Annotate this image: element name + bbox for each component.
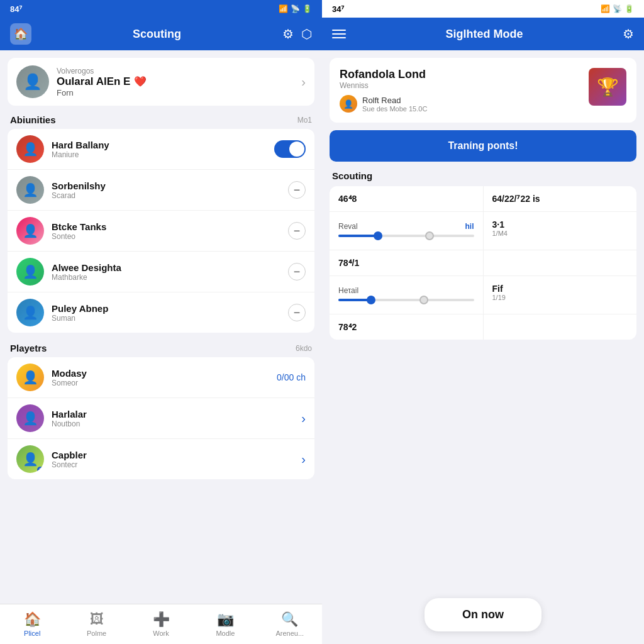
list-item[interactable]: 👤 Sorbenilshy Scarad − <box>8 170 314 211</box>
share-icon[interactable]: ⬡ <box>301 26 312 42</box>
left-header: 🏠 Scouting ⚙ ⬡ <box>0 18 322 50</box>
right-wifi-icon: 📡 <box>613 4 622 13</box>
scouting-row: 46⁴8 64/22/⁷22 is <box>330 186 636 212</box>
player-info: Hard Ballany Maniure <box>52 140 267 159</box>
featured-info: Volverogos Oularal AlEn E ❤️ Forn <box>57 67 294 97</box>
featured-sub: Volverogos <box>57 67 294 75</box>
club-info: Rofandola Lond Wenniss 👤 Rolft Read Sue … <box>340 68 427 113</box>
slider-track[interactable] <box>338 235 474 237</box>
manager-details: Rolft Read Sue des Mobe 15.0C <box>362 96 427 113</box>
chevron-right-icon: › <box>301 411 306 426</box>
battery-icon: 🔋 <box>303 4 312 13</box>
remove-button[interactable]: − <box>288 304 306 321</box>
cell-value: 78⁴2 <box>338 322 474 332</box>
modle-nav-icon: 📷 <box>217 611 234 628</box>
signal-icon: 📶 <box>279 4 288 13</box>
list-item[interactable]: 👤 Modasy Someor 0/00 ch <box>8 357 314 398</box>
featured-player-card[interactable]: 👤 Volverogos Oularal AlEn E ❤️ Forn › <box>8 58 314 106</box>
nav-item-modle[interactable]: 📷 Modle <box>193 604 257 644</box>
player-info: Btcke Tanks Sonteo <box>52 221 280 241</box>
nav-label-polme: Polme <box>87 630 106 637</box>
nav-item-areneu[interactable]: 🔍 Areneu... <box>258 604 322 644</box>
toggle-switch[interactable] <box>274 140 306 158</box>
settings-icon[interactable]: ⚙ <box>282 26 294 42</box>
player-role: Maniure <box>52 150 267 159</box>
scouting-row: Reval hil 3·1 1/M4 <box>330 212 636 250</box>
list-item[interactable]: 👤 Puley Abnep Suman − <box>8 292 314 333</box>
remove-button[interactable]: − <box>288 181 306 199</box>
player-role: Scarad <box>52 191 280 200</box>
right-status-bar: 34⁷ 📶 📡 🔋 <box>322 0 644 18</box>
left-time: 84⁷ <box>10 4 22 14</box>
slider2-thumb <box>367 296 375 304</box>
list-item[interactable]: 👤 Alwee Desighta Mathbarke − <box>8 252 314 292</box>
list-item[interactable]: 👤 Hard Ballany Maniure <box>8 129 314 170</box>
player-avatar: 👤 <box>16 176 44 204</box>
scouting-cell: 64/22/⁷22 is <box>484 186 637 211</box>
cell-result: 3·1 <box>492 219 628 230</box>
player-avatar: 👤 <box>16 404 44 432</box>
list-item[interactable]: 👤 Btcke Tanks Sonteo − <box>8 211 314 252</box>
slider2-thumb2 <box>419 296 428 304</box>
slider2-track[interactable] <box>338 299 474 301</box>
player-avatar: 👤 <box>16 217 44 245</box>
right-battery-icon: 🔋 <box>625 4 634 13</box>
nav-item-work[interactable]: ➕ Work <box>129 604 193 644</box>
scouting-cell <box>484 250 637 275</box>
bottom-nav: 🏠 Plicel 🖼 Polme ➕ Work 📷 Modle 🔍 Areneu… <box>0 604 322 644</box>
right-header: Siglhted Mode ⚙ <box>322 18 644 50</box>
home-button[interactable]: 🏠 <box>10 23 31 45</box>
cell-result-sub: 1/M4 <box>492 230 628 237</box>
right-signal-icon: 📶 <box>601 4 610 13</box>
player-avatar: 👤 <box>16 299 44 326</box>
cell-result2: Fif <box>492 284 628 294</box>
hamburger-icon[interactable] <box>332 30 346 38</box>
right-header-title: Siglhted Mode <box>446 28 523 41</box>
player-info: Modasy Someor <box>52 368 269 387</box>
heart-icon: ❤️ <box>134 75 147 87</box>
player-role: Noutbon <box>52 419 294 428</box>
featured-name: Oularal AlEn E ❤️ <box>57 75 294 88</box>
player-role: Sonteo <box>52 232 280 241</box>
scouting-cell <box>484 314 637 340</box>
player-role: Mathbarke <box>52 273 280 282</box>
featured-chevron-icon: › <box>301 75 306 89</box>
scouting-cell-slider: Reval hil <box>330 212 484 250</box>
club-sub: Wenniss <box>340 81 427 90</box>
slider-thumb2 <box>425 231 434 240</box>
player-avatar: 👤 2 <box>16 445 44 473</box>
scouting-row: 78⁴/1 <box>330 250 636 276</box>
list-item[interactable]: 👤 Harlalar Noutbon › <box>8 398 314 439</box>
nav-item-home[interactable]: 🏠 Plicel <box>0 604 64 644</box>
nav-label-work: Work <box>153 630 169 637</box>
remove-button[interactable]: − <box>288 222 306 240</box>
right-settings-icon[interactable]: ⚙ <box>623 26 634 42</box>
nav-label-areneu: Areneu... <box>276 630 304 637</box>
player-name: Modasy <box>52 368 269 379</box>
player-info: Sorbenilshy Scarad <box>52 180 280 200</box>
scouting-cell-slider2: Heτail <box>330 276 484 314</box>
featured-avatar: 👤 <box>16 65 49 98</box>
club-manager-row: 👤 Rolft Read Sue des Mobe 15.0C <box>340 95 427 113</box>
slider-labels: Reval hil <box>338 222 474 231</box>
left-header-title: Scouting <box>133 28 181 41</box>
player-name: Hard Ballany <box>52 140 267 150</box>
scouting-table: 46⁴8 64/22/⁷22 is Reval hil <box>330 186 636 340</box>
list-item[interactable]: 👤 2 Capbler Sontecr › <box>8 439 314 479</box>
on-now-button[interactable]: On now <box>425 598 541 631</box>
scouting-cell: 78⁴/1 <box>330 250 484 275</box>
player-role: Someor <box>52 379 269 387</box>
manager-avatar: 👤 <box>340 95 357 113</box>
scouting-cell: 78⁴2 <box>330 314 484 340</box>
player-name: Sorbenilshy <box>52 180 280 191</box>
cell-result-sub2: 1/19 <box>492 294 628 301</box>
remove-button[interactable]: − <box>288 263 306 280</box>
scouting-cell: 46⁴8 <box>330 186 484 211</box>
abiunities-meta: Mo1 <box>297 116 312 125</box>
player-role: Sontecr <box>52 460 294 469</box>
manager-name: Rolft Read <box>362 96 427 105</box>
left-status-icons: 📶 📡 🔋 <box>279 4 312 13</box>
club-badge: 🏆 <box>589 68 626 106</box>
nav-item-polme[interactable]: 🖼 Polme <box>64 604 128 644</box>
training-button[interactable]: Tranίng ponts! <box>330 130 636 162</box>
